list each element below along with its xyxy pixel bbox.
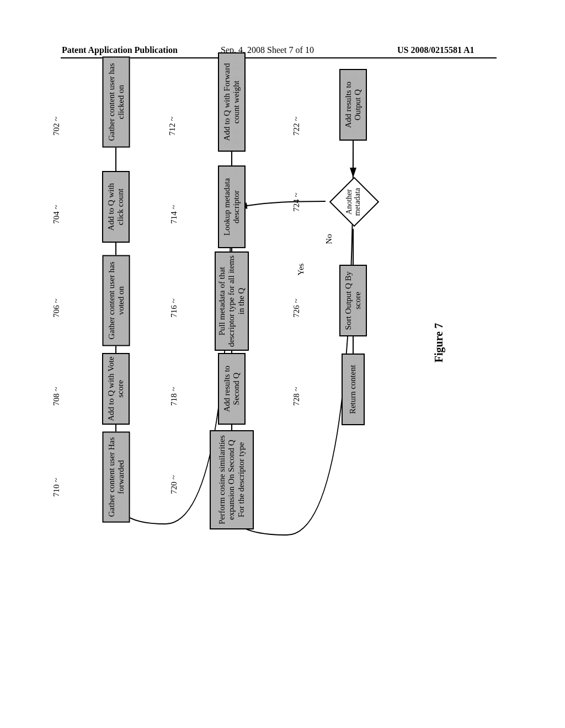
box-714: Lookup metadata descriptor	[218, 165, 246, 248]
ref-704: 704 ~	[52, 205, 61, 223]
decision-724-text: Another metadata	[328, 176, 379, 227]
box-706: Gather content user has voted on	[103, 255, 130, 346]
ref-718: 718 ~	[169, 387, 179, 405]
header-publication: Patent Application Publication	[62, 45, 178, 55]
ref-714: 714 ~	[169, 205, 179, 223]
box-720: Perform cosine similarities expansion On…	[210, 430, 254, 529]
decision-724: Another metadata	[328, 176, 379, 227]
ref-722: 722 ~	[292, 116, 301, 135]
ref-720: 720 ~	[169, 475, 179, 494]
box-704: Add to Q with click count	[102, 171, 130, 243]
ref-716: 716 ~	[169, 298, 179, 317]
box-712: Add to Q with Forward count weight	[218, 52, 246, 152]
ref-708: 708 ~	[52, 387, 61, 405]
flowchart-arrows	[66, 105, 491, 590]
label-no: No	[324, 234, 334, 244]
ref-726: 726 ~	[292, 298, 301, 317]
ref-710: 710 ~	[52, 478, 61, 496]
header-publication-number: US 2008/0215581 A1	[397, 45, 475, 55]
box-710: Gather content user Has forwarded	[103, 432, 130, 523]
ref-728: 728 ~	[292, 387, 301, 405]
box-728: Return content	[342, 354, 365, 425]
box-722: Add results to Output Q	[339, 69, 367, 141]
ref-712: 712 ~	[168, 116, 177, 135]
box-708: Add to Q with Vote score	[102, 353, 130, 425]
box-716: Pull metadata of that descriptor type fo…	[215, 251, 249, 351]
ref-702: 702 ~	[52, 116, 61, 135]
ref-706: 706 ~	[52, 298, 61, 317]
box-718: Add results to Second Q	[218, 353, 246, 425]
figure-caption: Figure 7	[433, 323, 445, 362]
label-yes: Yes	[296, 264, 306, 276]
ref-724: 724 ~	[292, 192, 301, 211]
box-726: Sort Output Q By score	[339, 265, 367, 336]
figure-canvas: Gather content user has clicked on 702 ~…	[66, 105, 491, 590]
box-702: Gather content user has clicked on	[103, 57, 130, 148]
